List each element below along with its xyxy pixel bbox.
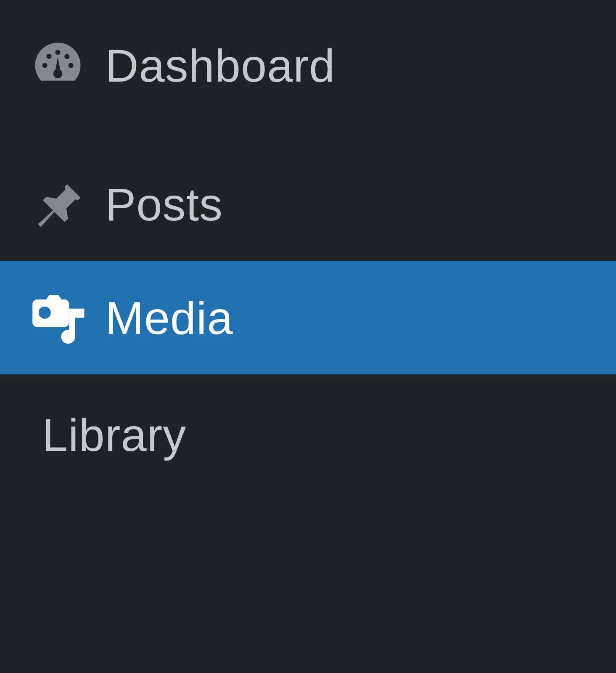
sidebar-subitem-library[interactable]: Library [42, 391, 616, 478]
pin-icon [29, 176, 105, 233]
sidebar-item-label: Media [105, 291, 233, 344]
sidebar-item-label: Posts [105, 178, 223, 231]
media-icon [29, 287, 105, 348]
sidebar-item-label: Dashboard [105, 39, 335, 92]
menu-separator [0, 122, 616, 147]
sidebar-submenu-media: Library [0, 374, 616, 478]
admin-sidebar: Dashboard Posts Media Library [0, 8, 616, 673]
sidebar-subitem-label: Library [42, 409, 186, 461]
sidebar-item-posts[interactable]: Posts [0, 147, 616, 261]
sidebar-item-dashboard[interactable]: Dashboard [0, 8, 616, 122]
dashboard-icon [29, 37, 105, 94]
sidebar-item-media[interactable]: Media [0, 261, 616, 374]
